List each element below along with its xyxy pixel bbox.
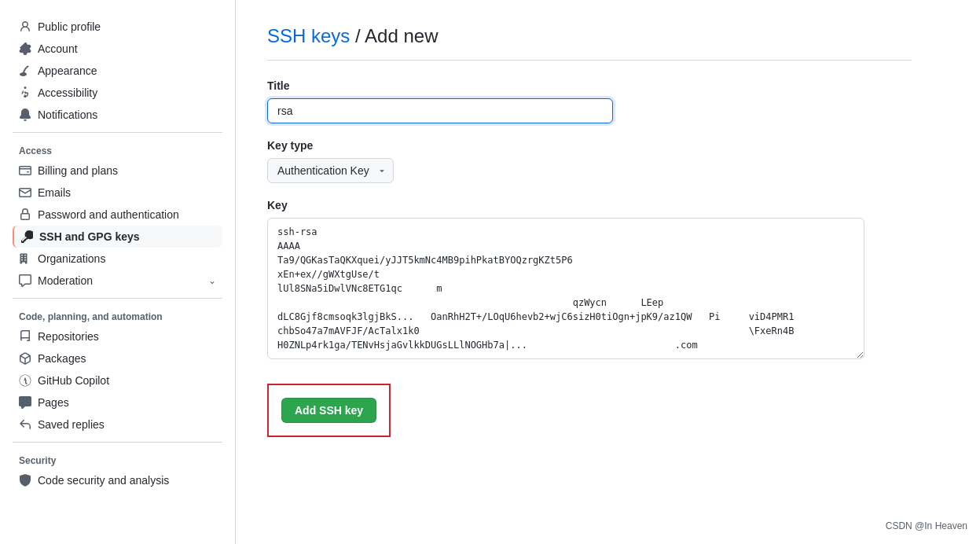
page-header: SSH keys / Add new [267, 25, 912, 61]
security-nav-section: Security Code security and analysis [13, 449, 222, 491]
sidebar: Public profile Account Appearance Access… [0, 0, 236, 544]
sidebar-item-label: Billing and plans [38, 164, 216, 177]
code-group-label: Code, planning, and automation [13, 305, 222, 325]
mail-icon [19, 186, 31, 199]
sidebar-item-repositories[interactable]: Repositories [13, 325, 222, 347]
sidebar-divider-2 [13, 298, 222, 299]
package-icon [19, 352, 31, 365]
sidebar-item-label: Repositories [38, 330, 216, 343]
code-nav-section: Code, planning, and automation Repositor… [13, 305, 222, 436]
sidebar-item-public-profile[interactable]: Public profile [13, 16, 222, 38]
sidebar-item-label: Notifications [38, 108, 216, 121]
book-icon [19, 330, 31, 343]
key-type-group: Key type Authentication Key Signing Key [267, 139, 912, 183]
sidebar-item-label: Pages [38, 396, 216, 409]
sidebar-item-moderation[interactable]: Moderation ⌄ [13, 270, 222, 292]
sidebar-item-billing[interactable]: Billing and plans [13, 160, 222, 182]
bell-icon [19, 108, 31, 121]
brush-icon [19, 64, 31, 77]
access-group-label: Access [13, 139, 222, 160]
key-textarea[interactable]: ssh-rsa AAAA Ta9/QGKasTaQKXquei/yJJT5kmN… [267, 218, 864, 359]
page-title: SSH keys / Add new [267, 25, 438, 47]
key-type-select[interactable]: Authentication Key Signing Key [267, 158, 394, 183]
sidebar-item-label: Accessibility [38, 86, 216, 99]
add-key-section: Add SSH key [267, 384, 391, 437]
sidebar-item-label: Emails [38, 186, 216, 199]
sidebar-item-appearance[interactable]: Appearance [13, 60, 222, 82]
key-label: Key [267, 199, 912, 211]
title-input[interactable] [267, 98, 613, 123]
sidebar-item-emails[interactable]: Emails [13, 182, 222, 204]
title-group: Title [267, 79, 912, 123]
reply-icon [19, 418, 31, 431]
gear-icon [19, 42, 31, 55]
sidebar-item-code-security[interactable]: Code security and analysis [13, 469, 222, 491]
moderation-icon [19, 274, 31, 287]
accessibility-icon [19, 86, 31, 99]
chevron-down-icon: ⌄ [208, 275, 216, 286]
add-ssh-key-button[interactable]: Add SSH key [281, 398, 376, 423]
sidebar-item-packages[interactable]: Packages [13, 347, 222, 369]
sidebar-item-copilot[interactable]: GitHub Copilot [13, 369, 222, 391]
sidebar-item-label: Account [38, 42, 216, 55]
key-group: Key ssh-rsa AAAA Ta9/QGKasTaQKXquei/yJJT… [267, 199, 912, 362]
sidebar-item-accessibility[interactable]: Accessibility [13, 82, 222, 104]
main-content: SSH keys / Add new Title Key type Authen… [236, 0, 943, 544]
sidebar-item-label: Password and authentication [38, 208, 216, 221]
org-icon [19, 252, 31, 265]
sidebar-item-password-auth[interactable]: Password and authentication [13, 204, 222, 226]
key-icon [20, 230, 33, 243]
person-icon [19, 20, 31, 33]
sidebar-item-label: Moderation [38, 274, 208, 287]
security-group-label: Security [13, 449, 222, 469]
sidebar-item-ssh-gpg[interactable]: SSH and GPG keys [13, 226, 222, 248]
breadcrumb-link[interactable]: SSH keys [267, 25, 350, 46]
lock-icon [19, 208, 31, 221]
sidebar-item-organizations[interactable]: Organizations [13, 248, 222, 270]
personal-nav-section: Public profile Account Appearance Access… [13, 16, 222, 126]
sidebar-item-label: Public profile [38, 20, 216, 33]
credit-card-icon [19, 164, 31, 177]
sidebar-item-label: Code security and analysis [38, 474, 216, 487]
sidebar-item-notifications[interactable]: Notifications [13, 104, 222, 126]
sidebar-item-label: Packages [38, 352, 216, 365]
copilot-icon [19, 374, 31, 387]
shield-icon [19, 474, 31, 487]
key-type-label: Key type [267, 139, 912, 152]
pages-icon [19, 396, 31, 409]
breadcrumb-separator: / [355, 25, 365, 46]
page-title-text: Add new [365, 25, 438, 46]
sidebar-divider-3 [13, 442, 222, 443]
access-nav-section: Access Billing and plans Emails Password… [13, 139, 222, 292]
sidebar-item-label: Appearance [38, 64, 216, 77]
sidebar-item-account[interactable]: Account [13, 38, 222, 60]
sidebar-item-label: GitHub Copilot [38, 374, 216, 387]
sidebar-item-pages[interactable]: Pages [13, 391, 222, 414]
sidebar-divider [13, 132, 222, 133]
sidebar-item-label: Saved replies [38, 418, 216, 431]
sidebar-item-label: SSH and GPG keys [39, 230, 216, 243]
watermark: CSDN @In Heaven [886, 520, 967, 531]
title-label: Title [267, 79, 912, 92]
sidebar-item-saved-replies[interactable]: Saved replies [13, 414, 222, 436]
sidebar-item-label: Organizations [38, 252, 216, 265]
